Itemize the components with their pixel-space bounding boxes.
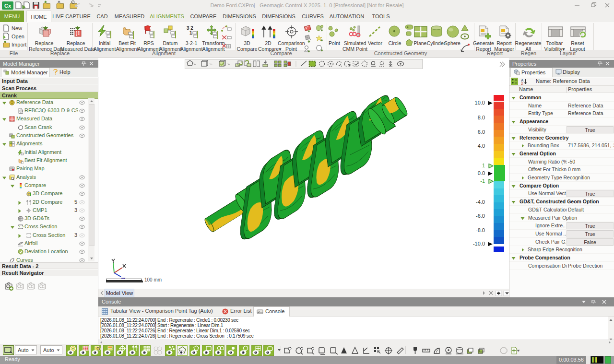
svg-text:1: 1 [189,30,192,35]
svg-text:Cx: Cx [4,3,12,9]
svg-text:Z: Z [521,82,523,85]
